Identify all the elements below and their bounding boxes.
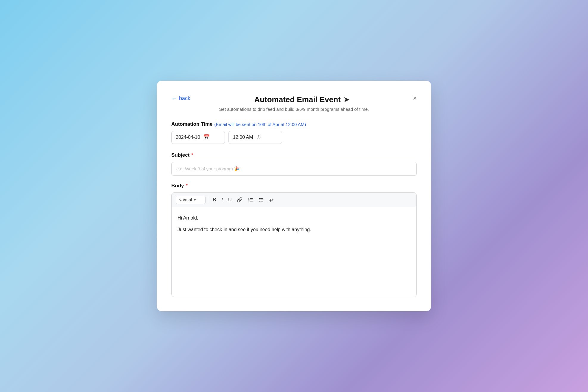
format-label: Normal <box>178 197 192 202</box>
body-line2: Just wanted to check-in and see if you n… <box>178 225 410 234</box>
toolbar-divider-1 <box>208 197 208 203</box>
back-link[interactable]: ← back <box>171 95 190 102</box>
modal-subtitle: Set automations to drip feed and build 3… <box>171 107 417 112</box>
editor-toolbar: Normal ▼ B I U Tx <box>172 193 416 207</box>
subject-input[interactable] <box>171 162 417 176</box>
body-required-star: * <box>186 183 188 189</box>
subject-label: Subject * <box>171 152 417 158</box>
date-value: 2024-04-10 <box>176 135 200 140</box>
body-label: Body * <box>171 183 417 189</box>
date-input[interactable]: 2024-04-10 📅 <box>171 131 225 144</box>
time-value: 12:00 AM <box>233 135 253 140</box>
calendar-icon: 📅 <box>203 134 210 141</box>
underline-button[interactable]: U <box>226 196 234 204</box>
svg-point-8 <box>259 201 259 201</box>
time-input[interactable]: 12:00 AM ⏱ <box>228 131 282 144</box>
body-section: Body * Normal ▼ B I U <box>171 183 417 297</box>
modal-title-wrapper: Automated Email Event ➤ <box>190 95 413 104</box>
svg-point-6 <box>259 198 259 199</box>
format-select[interactable]: Normal ▼ <box>176 196 206 204</box>
body-line1: Hi Arnold, <box>178 214 410 222</box>
bold-button[interactable]: B <box>211 196 218 204</box>
modal-title-text: Automated Email Event <box>254 95 340 104</box>
ordered-list-button[interactable] <box>246 196 255 204</box>
automation-time-label: Automation Time (Email will be sent on 1… <box>171 121 417 127</box>
send-icon: ➤ <box>344 96 349 104</box>
modal-container: ← back Automated Email Event ➤ × Set aut… <box>157 81 431 311</box>
italic-button[interactable]: I <box>220 196 225 204</box>
svg-point-7 <box>259 200 259 200</box>
automation-time-note: (Email will be sent on 10th of Apr at 12… <box>214 122 306 127</box>
modal-title: Automated Email Event ➤ <box>190 95 413 104</box>
automation-time-section: Automation Time (Email will be sent on 1… <box>171 121 417 144</box>
date-time-row: 2024-04-10 📅 12:00 AM ⏱ <box>171 131 417 144</box>
close-button[interactable]: × <box>413 95 417 102</box>
editor-wrapper: Normal ▼ B I U Tx Hi Ar <box>171 192 417 297</box>
subject-section: Subject * <box>171 152 417 176</box>
back-label: back <box>179 95 190 102</box>
clear-format-button[interactable]: Tx <box>267 196 276 204</box>
back-arrow-icon: ← <box>171 95 177 102</box>
editor-content[interactable]: Hi Arnold, Just wanted to check-in and s… <box>172 207 416 297</box>
chevron-down-icon: ▼ <box>193 198 197 202</box>
unordered-list-button[interactable] <box>256 196 266 204</box>
subject-required-star: * <box>191 153 193 158</box>
clock-icon: ⏱ <box>256 134 262 141</box>
modal-header: ← back Automated Email Event ➤ × <box>171 95 417 104</box>
link-button[interactable] <box>235 196 245 204</box>
